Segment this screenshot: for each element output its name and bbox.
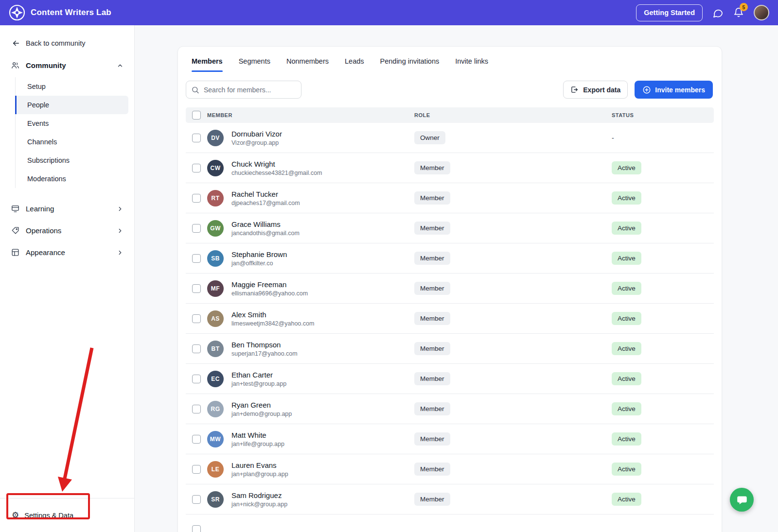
- status-text: -: [612, 134, 614, 142]
- member-avatar: DV: [207, 130, 224, 146]
- app-logo-icon: [9, 4, 25, 21]
- sidebar-item-channels[interactable]: Channels: [16, 133, 128, 151]
- table-row: MF Maggie Freeman ellismania9696@yahoo.c…: [186, 274, 714, 304]
- sidebar-item-events[interactable]: Events: [16, 114, 128, 133]
- member-avatar: MF: [207, 280, 224, 297]
- members-table: MEMBER ROLE STATUS DV Dornubari Vizor Vi…: [186, 107, 714, 532]
- sidebar-section-appearance[interactable]: Appearance: [0, 241, 134, 263]
- export-icon: [570, 86, 579, 94]
- member-name: Maggie Freeman: [231, 280, 308, 289]
- search-input[interactable]: [186, 81, 301, 99]
- operations-section-label: Operations: [26, 226, 61, 235]
- sidebar-item-people[interactable]: People: [16, 96, 128, 114]
- row-checkbox[interactable]: [192, 465, 201, 474]
- settings-label: Settings & Data: [24, 512, 73, 519]
- member-email: jan@offkilter.co: [231, 260, 287, 267]
- member-email: jan+nick@group.app: [231, 501, 287, 508]
- member-avatar: RT: [207, 190, 224, 206]
- members-card: MembersSegmentsNonmembersLeadsPending in…: [177, 46, 722, 532]
- member-avatar: MW: [207, 431, 224, 447]
- row-checkbox[interactable]: [192, 134, 201, 142]
- chevron-up-icon: [117, 62, 124, 69]
- member-avatar: CW: [207, 160, 224, 176]
- row-checkbox[interactable]: [192, 525, 201, 532]
- member-name: Chuck Wright: [231, 160, 322, 168]
- table-row: SB Stephanie Brown jan@offkilter.co Memb…: [186, 243, 714, 274]
- row-checkbox[interactable]: [192, 254, 201, 263]
- row-checkbox[interactable]: [192, 375, 201, 383]
- table-row: RT Rachel Tucker djpeaches17@gmail.com M…: [186, 183, 714, 213]
- table-row-partial: [186, 515, 714, 532]
- tab-segments[interactable]: Segments: [239, 57, 270, 72]
- main-content: MembersSegmentsNonmembersLeadsPending in…: [135, 25, 778, 532]
- row-checkbox[interactable]: [192, 314, 201, 323]
- notification-count-badge: 5: [740, 3, 748, 11]
- member-email: jan+life@group.app: [231, 441, 284, 447]
- member-email: limesweetjm3842@yahoo.com: [231, 320, 314, 327]
- sidebar-section-operations[interactable]: Operations: [0, 220, 134, 241]
- getting-started-button[interactable]: Getting Started: [636, 4, 703, 21]
- table-row: GW Grace Williams jancandothis@gmail.com…: [186, 213, 714, 243]
- community-icon: [11, 61, 20, 70]
- member-email: jan+demo@group.app: [231, 411, 292, 417]
- row-checkbox[interactable]: [192, 405, 201, 413]
- status-badge: Active: [612, 402, 641, 415]
- sidebar-item-setup[interactable]: Setup: [16, 77, 128, 96]
- sidebar-footer: ⚙ Settings & Data: [0, 498, 134, 532]
- member-email: jan+test@group.app: [231, 380, 286, 387]
- row-checkbox[interactable]: [192, 194, 201, 203]
- search-icon: [191, 86, 199, 94]
- member-avatar: BT: [207, 341, 224, 357]
- role-badge: Member: [414, 372, 450, 385]
- member-email: Vizor@group.app: [231, 139, 282, 146]
- learning-section-label: Learning: [26, 205, 54, 213]
- back-to-community-link[interactable]: Back to community: [0, 25, 134, 54]
- invite-label: Invite members: [655, 86, 705, 94]
- status-badge: Active: [612, 342, 641, 355]
- member-avatar: LE: [207, 461, 224, 478]
- search-box: [186, 81, 301, 99]
- export-data-button[interactable]: Export data: [563, 81, 628, 99]
- sidebar-item-subscriptions[interactable]: Subscriptions: [16, 151, 128, 170]
- member-email: ellismania9696@yahoo.com: [231, 290, 308, 297]
- status-badge: Active: [612, 191, 641, 205]
- brand-name: Content Writers Lab: [31, 8, 111, 17]
- header-status: STATUS: [612, 112, 714, 118]
- status-badge: Active: [612, 222, 641, 235]
- sidebar-item-moderations[interactable]: Moderations: [16, 170, 128, 188]
- user-avatar[interactable]: [754, 5, 769, 20]
- member-avatar: GW: [207, 220, 224, 237]
- messages-icon[interactable]: [712, 7, 724, 18]
- tab-invite-links[interactable]: Invite links: [455, 57, 488, 72]
- tab-leads[interactable]: Leads: [345, 57, 364, 72]
- status-badge: Active: [612, 463, 641, 476]
- sidebar-section-community[interactable]: Community: [0, 54, 134, 76]
- sidebar-section-learning[interactable]: Learning: [0, 198, 134, 220]
- member-name: Ryan Green: [231, 401, 292, 409]
- row-checkbox[interactable]: [192, 435, 201, 444]
- member-avatar: AS: [207, 310, 224, 327]
- row-checkbox[interactable]: [192, 344, 201, 353]
- role-badge: Owner: [414, 131, 445, 144]
- status-badge: Active: [612, 282, 641, 295]
- member-email: jan+plan@group.app: [231, 471, 288, 478]
- tab-members[interactable]: Members: [192, 57, 223, 72]
- role-badge: Member: [414, 312, 450, 325]
- table-row: EC Ethan Carter jan+test@group.app Membe…: [186, 364, 714, 394]
- table-row: DV Dornubari Vizor Vizor@group.app Owner…: [186, 123, 714, 153]
- select-all-checkbox[interactable]: [192, 111, 201, 120]
- row-checkbox[interactable]: [192, 164, 201, 172]
- row-checkbox[interactable]: [192, 284, 201, 293]
- notifications-bell-icon[interactable]: 5: [733, 7, 744, 18]
- tab-pending-invitations[interactable]: Pending invitations: [380, 57, 440, 72]
- tab-nonmembers[interactable]: Nonmembers: [286, 57, 329, 72]
- invite-members-button[interactable]: Invite members: [635, 81, 713, 99]
- plus-circle-icon: [642, 86, 651, 94]
- row-checkbox[interactable]: [192, 495, 201, 504]
- chat-launcher-button[interactable]: [730, 488, 754, 512]
- settings-and-data-link[interactable]: ⚙ Settings & Data: [12, 511, 123, 519]
- status-badge: Active: [612, 493, 641, 506]
- chevron-right-icon: [117, 249, 124, 256]
- row-checkbox[interactable]: [192, 224, 201, 233]
- appearance-section-label: Appearance: [26, 248, 65, 257]
